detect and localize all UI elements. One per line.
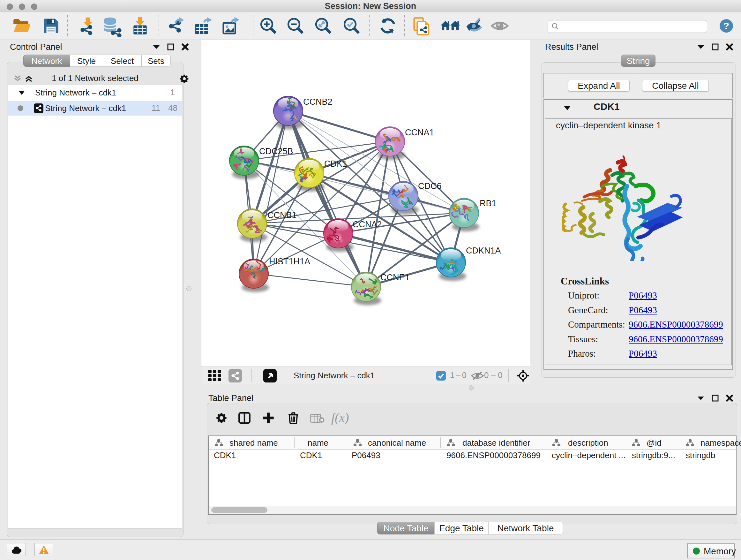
svg-text:HIST1H1A: HIST1H1A bbox=[269, 257, 310, 266]
svg-text:CCNA1: CCNA1 bbox=[405, 128, 434, 137]
svg-text:CCNE1: CCNE1 bbox=[381, 273, 410, 282]
svg-text:CCNB2: CCNB2 bbox=[303, 97, 333, 107]
svg-text:RB1: RB1 bbox=[480, 199, 496, 208]
svg-text:CCNB1: CCNB1 bbox=[267, 210, 297, 220]
svg-text:CDC6: CDC6 bbox=[418, 181, 442, 191]
svg-text:CCNA2: CCNA2 bbox=[353, 220, 382, 229]
svg-text:CDC25B: CDC25B bbox=[259, 146, 293, 156]
svg-text:CDK1: CDK1 bbox=[324, 159, 347, 169]
svg-text:CDKN1A: CDKN1A bbox=[466, 246, 501, 255]
